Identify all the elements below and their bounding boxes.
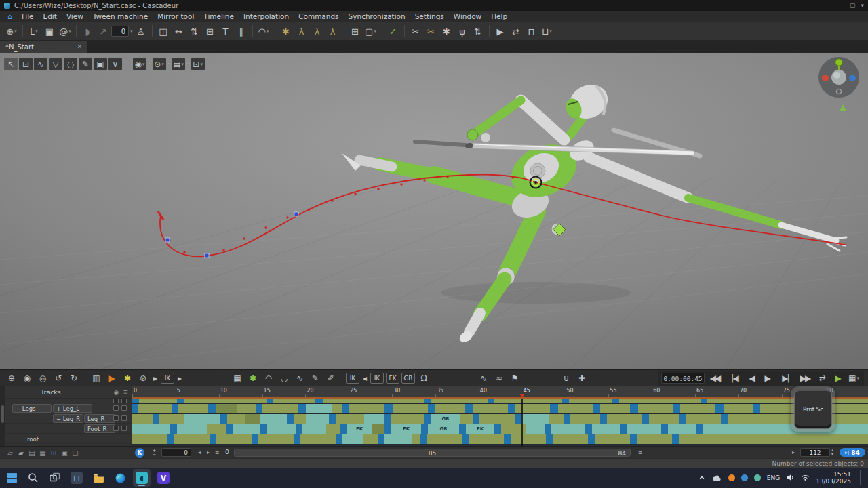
- keyframe-segment[interactable]: [384, 434, 412, 444]
- keyframe-segment[interactable]: [296, 424, 302, 434]
- tray-chevron[interactable]: [698, 472, 706, 485]
- keyframe-segment[interactable]: [427, 434, 462, 444]
- start-frame-input[interactable]: 0: [161, 448, 191, 457]
- timeline-ruler[interactable]: 05101520253035404550556065707580: [132, 386, 868, 399]
- keyframe-row-4[interactable]: [132, 434, 868, 445]
- keyframe-segment[interactable]: [208, 404, 216, 413]
- keyframe-row-1[interactable]: [132, 404, 868, 414]
- keyframe-segment[interactable]: [256, 404, 262, 413]
- menu-view[interactable]: View: [62, 11, 88, 22]
- autokey-badge[interactable]: K: [135, 448, 144, 458]
- undo-pose-button[interactable]: ↺: [51, 371, 66, 385]
- track-scrollbar[interactable]: [1, 405, 4, 423]
- menu-settings[interactable]: Settings: [410, 11, 449, 22]
- vegas-app[interactable]: V: [155, 469, 172, 487]
- run-animation-tool[interactable]: λ: [294, 24, 309, 39]
- keyframe-segment[interactable]: [132, 434, 167, 444]
- keyframe-segment[interactable]: [267, 399, 273, 403]
- text-tool[interactable]: T: [218, 24, 233, 39]
- keyframe-segment[interactable]: [216, 404, 237, 413]
- keyframe-segment[interactable]: [649, 414, 679, 424]
- keyframe-segment[interactable]: [627, 424, 661, 434]
- keyframe-segment[interactable]: [336, 414, 364, 424]
- keyframe-segment[interactable]: [435, 404, 465, 413]
- track-checkbox[interactable]: [121, 405, 127, 411]
- keyframe-segment[interactable]: [342, 434, 363, 444]
- interp-hold-button[interactable]: ◡: [277, 371, 292, 385]
- ghost-prev-button[interactable]: ◉: [20, 371, 35, 385]
- redo-pose-button[interactable]: ↻: [66, 371, 81, 385]
- camera-mode-button[interactable]: ◉▾: [133, 58, 146, 70]
- keyframe-segment[interactable]: [273, 399, 315, 403]
- menu-interpolation[interactable]: Interpolation: [239, 11, 294, 22]
- validate-button[interactable]: ✓: [386, 24, 401, 39]
- translate-tool[interactable]: ↔: [172, 24, 186, 39]
- window-control-1[interactable]: ▾: [861, 2, 864, 9]
- ik-mode-badge[interactable]: IK: [346, 373, 359, 384]
- keyframe-segment[interactable]: [393, 404, 428, 413]
- edge-browser[interactable]: [111, 469, 129, 487]
- keyframe-segment[interactable]: [177, 399, 184, 403]
- keyframe-segment[interactable]: GR: [428, 424, 459, 434]
- document-tab[interactable]: *N_Start ✕: [0, 41, 88, 53]
- keyframe-row-3[interactable]: FKFKGRFK: [132, 424, 868, 434]
- layer-icon-2[interactable]: ▤: [27, 448, 37, 458]
- layer-icon-0[interactable]: ▱: [5, 448, 15, 458]
- select-cursor-tool[interactable]: ↖: [4, 58, 18, 70]
- camera-orbit-button[interactable]: ⊙▾: [153, 58, 166, 70]
- keyframe-segment[interactable]: [364, 414, 384, 424]
- keyframe-segment[interactable]: [332, 404, 342, 413]
- end-frame-spinner[interactable]: 112: [800, 448, 830, 457]
- keyframe-segment[interactable]: [473, 414, 479, 424]
- v-select-tool[interactable]: ∨: [108, 58, 122, 70]
- keyframe-segment[interactable]: [384, 404, 393, 413]
- keyframe-segment[interactable]: [306, 404, 332, 413]
- keyframe-segment[interactable]: [673, 404, 680, 413]
- keyframe-segment[interactable]: [210, 434, 216, 444]
- autoposing-button[interactable]: ▶: [104, 371, 119, 385]
- ghost-settings-button[interactable]: ⊕: [4, 371, 19, 385]
- keyframe-segment[interactable]: [511, 434, 546, 444]
- paint-select-tool[interactable]: ✎: [79, 58, 92, 70]
- keyframe-segment[interactable]: [323, 399, 424, 403]
- layers-tool[interactable]: ▣: [42, 24, 57, 39]
- keyframe-segment[interactable]: [459, 424, 466, 434]
- keyframe-segment[interactable]: [329, 414, 336, 424]
- onedrive-icon[interactable]: [712, 472, 722, 485]
- menu-help[interactable]: Help: [486, 11, 512, 22]
- keyframe-segment[interactable]: [494, 424, 501, 434]
- circle-select-tool[interactable]: ◌: [64, 58, 77, 70]
- keyframe-segment[interactable]: [553, 434, 588, 444]
- dropdown-caret[interactable]: ▾: [130, 28, 133, 34]
- keyframe-segment[interactable]: [172, 404, 178, 413]
- drag-tool[interactable]: ⇅: [187, 24, 202, 39]
- keyframe-segment[interactable]: [479, 414, 515, 424]
- keyframe-segment[interactable]: [721, 414, 728, 424]
- keyframe-segment[interactable]: [184, 399, 267, 403]
- keyframe-segment[interactable]: [620, 424, 627, 434]
- expand-right-button[interactable]: ▸: [789, 448, 797, 457]
- character-tool[interactable]: ♙: [134, 24, 149, 39]
- draw-curve-button[interactable]: ✐: [323, 371, 338, 385]
- keyframe-segment[interactable]: [526, 424, 545, 434]
- keyframe-segment[interactable]: [421, 424, 428, 434]
- run-cycle-tool[interactable]: λ: [310, 24, 325, 39]
- keyframe-segment[interactable]: [226, 424, 233, 434]
- prev-frame-button[interactable]: ◀: [745, 371, 760, 385]
- parallel-constraint-tool[interactable]: ∥: [234, 24, 249, 39]
- taskbar-clock[interactable]: 15:51 13/03/2025: [816, 471, 851, 485]
- keyframe-segment[interactable]: [184, 414, 220, 424]
- keyframe-segment[interactable]: [551, 424, 585, 434]
- playhead-marker[interactable]: [519, 394, 525, 398]
- keyframe-segment[interactable]: [159, 414, 184, 424]
- keyframe-segment[interactable]: [177, 424, 207, 434]
- gr-mode-button[interactable]: GR: [401, 373, 415, 384]
- interp-ease-button[interactable]: ◠: [261, 371, 276, 385]
- show-desktop-button[interactable]: [860, 470, 861, 485]
- tangent-flat-button[interactable]: ≈: [492, 371, 507, 385]
- mesh-select-tool[interactable]: ▣: [94, 58, 107, 70]
- gizmo-x-axis[interactable]: [822, 75, 829, 81]
- keyframe-segment[interactable]: [661, 424, 668, 434]
- tab-close-icon[interactable]: ✕: [77, 43, 82, 50]
- volume-icon[interactable]: [786, 472, 795, 485]
